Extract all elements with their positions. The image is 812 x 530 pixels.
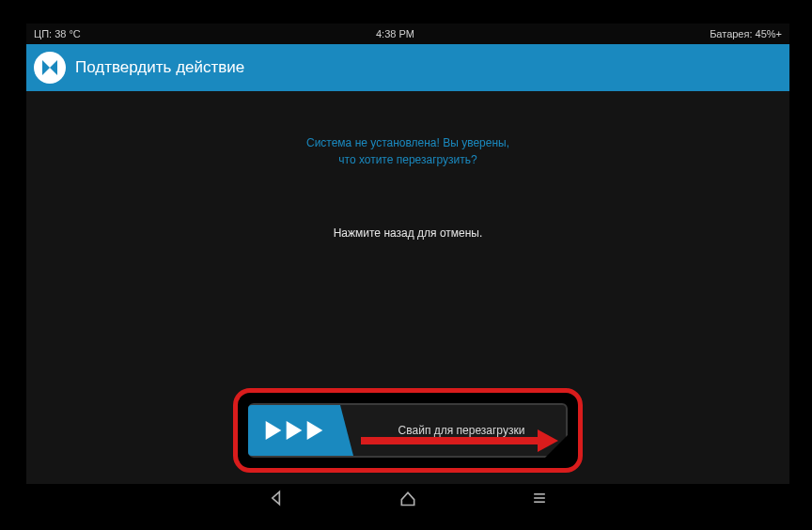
nav-home-button[interactable] xyxy=(398,489,417,511)
warning-line-1: Система не установлена! Вы уверены, xyxy=(26,136,789,149)
play-icon xyxy=(306,421,323,440)
menu-icon xyxy=(530,489,549,507)
swipe-slider-container: Свайп для перезагрузки xyxy=(233,388,583,473)
home-icon xyxy=(398,489,417,507)
back-icon xyxy=(267,489,286,507)
status-cpu-temp: ЦП: 38 °C xyxy=(34,28,81,39)
status-battery: Батарея: 45%+ xyxy=(710,28,782,39)
page-title: Подтвердить действие xyxy=(75,58,244,77)
warning-line-2: что хотите перезагрузить? xyxy=(26,153,789,166)
status-time: 4:38 PM xyxy=(81,28,710,39)
nav-bar xyxy=(26,484,789,516)
swipe-track[interactable]: Свайп для перезагрузки xyxy=(248,403,568,458)
nav-back-button[interactable] xyxy=(267,489,286,511)
header-bar: Подтвердить действие xyxy=(26,44,789,91)
swipe-handle[interactable] xyxy=(248,405,340,456)
status-bar: ЦП: 38 °C 4:38 PM Батарея: 45%+ xyxy=(26,23,789,44)
play-icon xyxy=(265,421,282,440)
nav-menu-button[interactable] xyxy=(530,489,549,511)
track-corner-cut xyxy=(545,435,568,458)
content-area: Система не установлена! Вы уверены, что … xyxy=(26,91,789,484)
swipe-label: Свайп для перезагрузки xyxy=(340,424,566,437)
app-frame: ЦП: 38 °C 4:38 PM Батарея: 45%+ Подтверд… xyxy=(26,23,789,516)
twrp-logo-icon xyxy=(34,52,66,84)
play-icon xyxy=(286,421,303,440)
cancel-hint: Нажмите назад для отмены. xyxy=(26,226,789,240)
